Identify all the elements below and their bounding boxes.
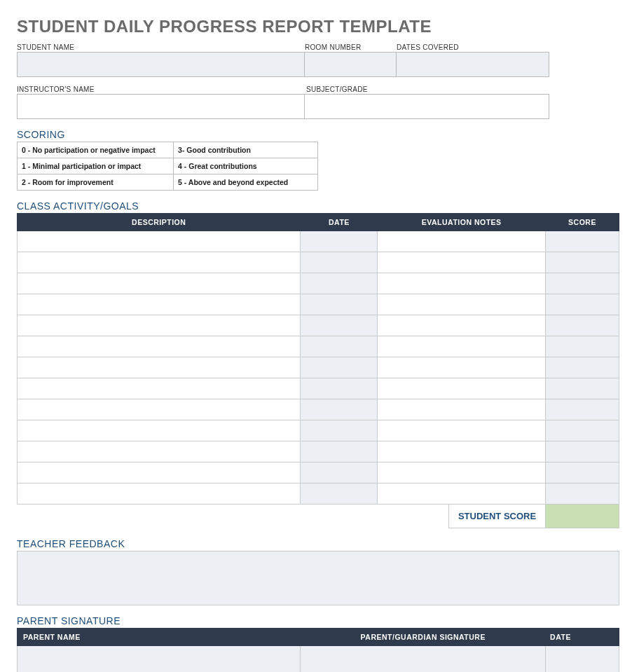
cell-description[interactable] <box>18 294 301 315</box>
cell-notes[interactable] <box>378 315 546 336</box>
cell-score[interactable] <box>546 420 619 441</box>
cell-score[interactable] <box>546 273 619 294</box>
scoring-cell: 2 - Room for improvement <box>18 174 174 191</box>
col-parent-name: PARENT NAME <box>18 629 301 646</box>
table-row <box>18 378 619 399</box>
cell-score[interactable] <box>546 357 619 378</box>
cell-description[interactable] <box>18 441 301 462</box>
cell-notes[interactable] <box>378 336 546 357</box>
cell-description[interactable] <box>18 336 301 357</box>
heading-parent: PARENT SIGNATURE <box>17 615 622 626</box>
cell-date[interactable] <box>301 441 378 462</box>
cell-notes[interactable] <box>378 420 546 441</box>
cell-notes[interactable] <box>378 294 546 315</box>
parent-table: PARENT NAME PARENT/GUARDIAN SIGNATURE DA… <box>17 628 619 672</box>
cell-description[interactable] <box>18 273 301 294</box>
label-dates-covered: DATES COVERED <box>397 43 549 51</box>
label-student-name: STUDENT NAME <box>17 43 305 51</box>
cell-score[interactable] <box>546 315 619 336</box>
label-instructor-name: INSTRUCTOR'S NAME <box>17 85 305 93</box>
table-row <box>18 420 619 441</box>
cell-notes[interactable] <box>378 231 546 252</box>
cell-notes[interactable] <box>378 462 546 484</box>
table-row <box>18 336 619 357</box>
cell-date[interactable] <box>301 357 378 378</box>
cell-date[interactable] <box>301 252 378 273</box>
scoring-cell: 1 - Minimal participation or impact <box>18 158 174 174</box>
scoring-cell: 5 - Above and beyond expected <box>174 174 318 191</box>
cell-score[interactable] <box>546 294 619 315</box>
cell-score[interactable] <box>546 231 619 252</box>
scoring-cell: 3- Good contribution <box>174 142 318 158</box>
cell-date[interactable] <box>301 315 378 336</box>
cell-notes[interactable] <box>378 378 546 399</box>
cell-score[interactable] <box>546 399 619 420</box>
cell-date[interactable] <box>301 378 378 399</box>
table-row <box>18 399 619 420</box>
cell-date[interactable] <box>301 273 378 294</box>
student-score-row: STUDENT SCORE <box>17 505 619 528</box>
cell-date[interactable] <box>301 336 378 357</box>
cell-notes[interactable] <box>378 273 546 294</box>
input-subject-grade[interactable] <box>305 94 549 119</box>
cell-score[interactable] <box>546 252 619 273</box>
table-row <box>18 357 619 378</box>
table-row <box>18 294 619 315</box>
scoring-cell: 4 - Great contributions <box>174 158 318 174</box>
label-subject-grade: SUBJECT/GRADE <box>306 85 549 93</box>
input-student-name[interactable] <box>17 52 305 77</box>
cell-date[interactable] <box>301 399 378 420</box>
table-row <box>18 441 619 462</box>
cell-description[interactable] <box>18 357 301 378</box>
input-instructor-name[interactable] <box>17 94 305 119</box>
cell-date[interactable] <box>301 294 378 315</box>
col-date: DATE <box>301 214 378 231</box>
cell-description[interactable] <box>18 315 301 336</box>
student-score-value[interactable] <box>546 505 619 528</box>
cell-date[interactable] <box>301 462 378 484</box>
cell-date[interactable] <box>301 484 378 505</box>
input-parent-name[interactable] <box>18 646 301 673</box>
field-row-1: STUDENT NAME ROOM NUMBER DATES COVERED <box>17 43 619 77</box>
cell-notes[interactable] <box>378 252 546 273</box>
input-parent-date[interactable] <box>546 646 619 673</box>
cell-description[interactable] <box>18 462 301 484</box>
input-parent-signature[interactable] <box>301 646 546 673</box>
cell-score[interactable] <box>546 336 619 357</box>
cell-description[interactable] <box>18 484 301 505</box>
cell-score[interactable] <box>546 378 619 399</box>
cell-notes[interactable] <box>378 441 546 462</box>
scoring-table: 0 - No participation or negative impact … <box>17 142 318 191</box>
table-row <box>18 231 619 252</box>
input-teacher-feedback[interactable] <box>17 551 619 605</box>
scoring-cell: 0 - No participation or negative impact <box>18 142 174 158</box>
col-notes: EVALUATION NOTES <box>378 214 546 231</box>
cell-description[interactable] <box>18 420 301 441</box>
cell-date[interactable] <box>301 420 378 441</box>
cell-score[interactable] <box>546 462 619 484</box>
cell-score[interactable] <box>546 484 619 505</box>
table-row <box>18 315 619 336</box>
cell-score[interactable] <box>546 441 619 462</box>
label-room-number: ROOM NUMBER <box>305 43 397 51</box>
cell-notes[interactable] <box>378 357 546 378</box>
cell-date[interactable] <box>301 231 378 252</box>
cell-notes[interactable] <box>378 484 546 505</box>
col-parent-signature: PARENT/GUARDIAN SIGNATURE <box>301 629 546 646</box>
heading-feedback: TEACHER FEEDBACK <box>17 538 622 549</box>
goals-table: DESCRIPTION DATE EVALUATION NOTES SCORE <box>17 213 619 505</box>
heading-goals: CLASS ACTIVITY/GOALS <box>17 200 622 212</box>
field-row-2: INSTRUCTOR'S NAME SUBJECT/GRADE <box>17 85 619 119</box>
col-score: SCORE <box>546 214 619 231</box>
input-dates-covered[interactable] <box>397 52 549 77</box>
table-row <box>18 273 619 294</box>
cell-description[interactable] <box>18 399 301 420</box>
cell-notes[interactable] <box>378 399 546 420</box>
col-description: DESCRIPTION <box>18 214 301 231</box>
table-row <box>18 484 619 505</box>
input-room-number[interactable] <box>305 52 397 77</box>
cell-description[interactable] <box>18 231 301 252</box>
cell-description[interactable] <box>18 252 301 273</box>
table-row <box>18 462 619 484</box>
cell-description[interactable] <box>18 378 301 399</box>
